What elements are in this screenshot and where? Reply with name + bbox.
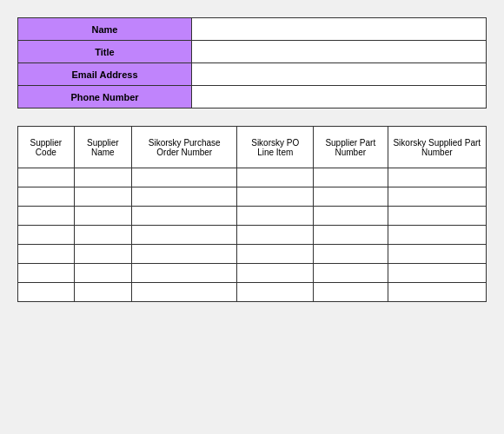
col-header-po-line: Sikorsky PO Line Item — [237, 127, 314, 168]
contact-label: Name — [18, 18, 192, 41]
supplier-cell-4-5[interactable] — [388, 245, 486, 264]
supplier-row — [18, 168, 487, 187]
supplier-cell-0-0[interactable] — [18, 168, 75, 187]
supplier-cell-3-4[interactable] — [314, 226, 388, 245]
supplier-row — [18, 264, 487, 283]
supplier-cell-6-4[interactable] — [314, 283, 388, 302]
contact-label: Phone Number — [18, 86, 192, 108]
supplier-cell-5-0[interactable] — [18, 264, 75, 283]
supplier-cell-0-2[interactable] — [132, 168, 237, 187]
supplier-cell-4-4[interactable] — [314, 245, 388, 264]
supplier-cell-2-5[interactable] — [388, 207, 486, 226]
supplier-cell-5-1[interactable] — [74, 264, 131, 283]
supplier-cell-4-1[interactable] — [74, 245, 131, 264]
contact-label: Email Address — [18, 63, 192, 86]
supplier-cell-0-5[interactable] — [388, 168, 486, 187]
supplier-cell-2-0[interactable] — [18, 207, 75, 226]
supplier-cell-1-4[interactable] — [314, 187, 388, 207]
supplier-table: Supplier CodeSupplier NameSikorsky Purch… — [17, 126, 487, 302]
supplier-row — [18, 245, 487, 264]
contact-value[interactable] — [192, 63, 487, 86]
contact-row: Title — [18, 41, 487, 63]
supplier-cell-3-2[interactable] — [132, 226, 237, 245]
supplier-cell-5-3[interactable] — [237, 264, 314, 283]
supplier-cell-5-2[interactable] — [132, 264, 237, 283]
contact-value[interactable] — [192, 18, 487, 41]
col-header-po-number: Sikorsky Purchase Order Number — [132, 127, 237, 168]
supplier-cell-6-0[interactable] — [18, 283, 75, 302]
contact-row: Name — [18, 18, 487, 41]
supplier-cell-6-1[interactable] — [74, 283, 131, 302]
supplier-cell-3-0[interactable] — [18, 226, 75, 245]
page-container: NameTitleEmail AddressPhone Number Suppl… — [0, 0, 504, 434]
supplier-cell-1-2[interactable] — [132, 187, 237, 207]
supplier-cell-0-4[interactable] — [314, 168, 388, 187]
supplier-cell-1-1[interactable] — [74, 187, 131, 207]
supplier-cell-6-5[interactable] — [388, 283, 486, 302]
supplier-cell-0-1[interactable] — [74, 168, 131, 187]
supplier-cell-4-3[interactable] — [237, 245, 314, 264]
supplier-cell-2-4[interactable] — [314, 207, 388, 226]
contact-value[interactable] — [192, 41, 487, 63]
contact-value[interactable] — [192, 86, 487, 108]
supplier-cell-1-5[interactable] — [388, 187, 486, 207]
supplier-cell-6-2[interactable] — [132, 283, 237, 302]
supplier-row — [18, 187, 487, 207]
supplier-cell-5-4[interactable] — [314, 264, 388, 283]
contact-table: NameTitleEmail AddressPhone Number — [17, 17, 487, 108]
contact-row: Email Address — [18, 63, 487, 86]
supplier-cell-2-2[interactable] — [132, 207, 237, 226]
supplier-cell-1-3[interactable] — [237, 187, 314, 207]
supplier-cell-3-5[interactable] — [388, 226, 486, 245]
col-header-supplier-name: Supplier Name — [74, 127, 131, 168]
col-header-supplier-code: Supplier Code — [18, 127, 75, 168]
supplier-cell-4-2[interactable] — [132, 245, 237, 264]
col-header-part-number: Supplier Part Number — [314, 127, 388, 168]
contact-row: Phone Number — [18, 86, 487, 108]
col-header-supplied-part: Sikorsky Supplied Part Number — [388, 127, 486, 168]
supplier-row — [18, 283, 487, 302]
supplier-cell-2-3[interactable] — [237, 207, 314, 226]
supplier-header-row: Supplier CodeSupplier NameSikorsky Purch… — [18, 127, 487, 168]
supplier-cell-6-3[interactable] — [237, 283, 314, 302]
supplier-cell-2-1[interactable] — [74, 207, 131, 226]
supplier-cell-1-0[interactable] — [18, 187, 75, 207]
contact-label: Title — [18, 41, 192, 63]
supplier-row — [18, 207, 487, 226]
supplier-cell-5-5[interactable] — [388, 264, 486, 283]
supplier-row — [18, 226, 487, 245]
supplier-cell-0-3[interactable] — [237, 168, 314, 187]
supplier-cell-3-3[interactable] — [237, 226, 314, 245]
supplier-cell-3-1[interactable] — [74, 226, 131, 245]
supplier-cell-4-0[interactable] — [18, 245, 75, 264]
